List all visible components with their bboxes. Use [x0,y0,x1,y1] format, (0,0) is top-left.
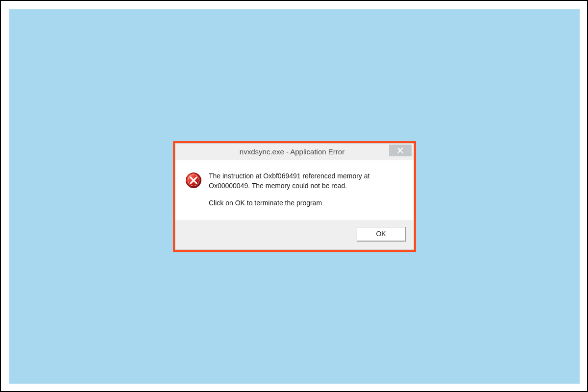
error-dialog: nvxdsync.exe - Application Error [175,143,414,250]
outer-frame: nvxdsync.exe - Application Error [0,0,588,392]
dialog-highlight-frame: nvxdsync.exe - Application Error [173,141,416,252]
error-x-icon [185,172,202,189]
desktop-background: nvxdsync.exe - Application Error [9,9,580,384]
message-line-1: The instruction at Oxbf069491 referenced… [209,171,404,191]
dialog-title: nvxdsync.exe - Application Error [175,147,389,156]
dialog-content: The instruction at Oxbf069491 referenced… [175,160,414,220]
dialog-message: The instruction at Oxbf069491 referenced… [209,171,404,208]
close-icon [397,147,403,153]
close-button[interactable] [389,145,412,156]
ok-button[interactable]: OK [357,227,406,242]
message-line-2: Click on OK to terminate the program [209,198,404,208]
dialog-button-row: OK [175,220,414,249]
dialog-titlebar[interactable]: nvxdsync.exe - Application Error [175,144,414,160]
